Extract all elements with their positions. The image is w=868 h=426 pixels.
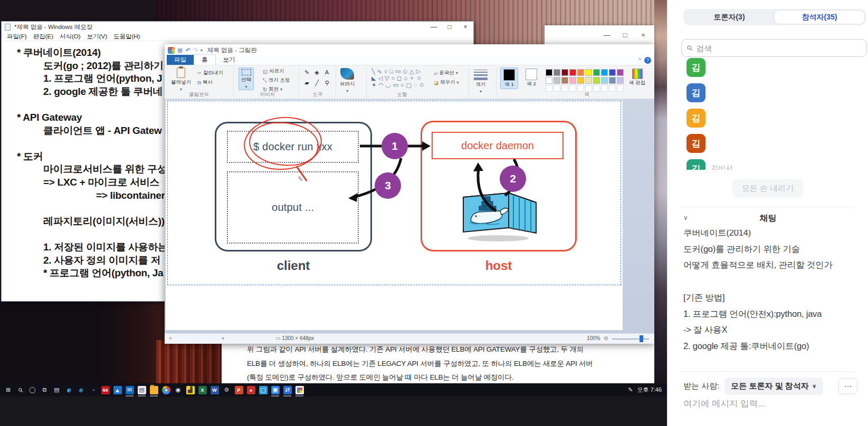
undo-icon[interactable]: ↶ — [185, 47, 190, 54]
participant-row[interactable]: 김 — [667, 109, 868, 128]
ribbon-collapse-icon[interactable]: ^ — [638, 57, 641, 63]
taskbar-app-icon: ◯ — [28, 386, 37, 394]
paint-logo-icon — [168, 47, 175, 54]
palette-swatch[interactable] — [569, 69, 576, 76]
chat-title: 채팅 — [667, 213, 868, 224]
palette-swatch[interactable] — [585, 77, 592, 84]
tool-icon[interactable]: ▰ — [303, 79, 311, 87]
chat-message: 2. google 제공 툴:쿠버네이트(go) — [683, 338, 857, 354]
qat-dropdown-icon[interactable]: ▾ — [201, 48, 203, 53]
taskbar-app-icon: ⚲ — [14, 384, 26, 396]
more-options-button[interactable]: ⋯ — [838, 378, 857, 394]
notepad-close-button[interactable]: × — [457, 22, 473, 32]
crop-button[interactable]: ◱자르기 — [263, 68, 284, 75]
color1-button[interactable]: 색 1 — [500, 67, 518, 89]
recipient-dropdown[interactable]: 모든 토론자 및 참석자 ∨ — [724, 377, 823, 395]
cut-button[interactable]: ✂잘라내기 — [197, 70, 223, 76]
palette-swatch[interactable] — [569, 77, 576, 84]
edit-colors-icon — [632, 69, 643, 79]
status-plus-icon: + — [169, 335, 172, 341]
zoom-slider-thumb[interactable] — [640, 335, 643, 342]
fill-button[interactable]: ◪채우기▾ — [434, 79, 459, 86]
participant-row[interactable]: 김 — [667, 58, 868, 77]
palette-swatch[interactable] — [617, 69, 624, 76]
avatar: 김 — [686, 83, 705, 102]
search-input[interactable] — [696, 44, 861, 53]
palette-swatch[interactable] — [609, 77, 616, 84]
tool-icon[interactable]: ╱ — [313, 79, 321, 87]
line-size-icon — [474, 70, 488, 80]
palette-swatch[interactable] — [601, 69, 608, 76]
redo-icon[interactable]: ↷ — [193, 47, 198, 54]
participant-row[interactable]: 김 — [667, 134, 868, 153]
zoom-out-icon[interactable]: ⊖ — [604, 335, 608, 341]
notepad-minimize-button[interactable]: — — [426, 22, 442, 32]
palette-swatch[interactable] — [561, 69, 568, 76]
palette-swatch[interactable] — [593, 69, 600, 76]
palette-swatch[interactable] — [546, 69, 552, 76]
outline-button[interactable]: ▱윤곽선▾ — [434, 70, 458, 76]
taskbar-app-icon: ◔ — [89, 386, 98, 394]
tab-file[interactable]: 파일 — [167, 55, 194, 65]
save-icon[interactable]: ▦ — [177, 47, 183, 54]
avatar: 김 — [686, 58, 705, 77]
message-input[interactable] — [683, 399, 857, 409]
tab-attendees[interactable]: 참석자(35) — [774, 10, 865, 24]
palette-swatch[interactable] — [577, 69, 584, 76]
tool-icon[interactable]: ✎ — [303, 69, 311, 76]
tool-icon[interactable]: ⚲ — [323, 79, 331, 87]
size-button[interactable]: 크기▾ — [474, 70, 488, 94]
divider — [681, 207, 854, 207]
taskbar-app-icon: ✉ — [126, 386, 134, 394]
palette-swatch[interactable] — [546, 77, 552, 84]
palette-swatch[interactable] — [554, 69, 560, 76]
pencil-cursor-icon: ✎ — [297, 175, 304, 183]
notepad-menu-item[interactable]: 서식(O) — [56, 33, 84, 41]
palette-swatch[interactable] — [601, 77, 608, 84]
palette-swatch[interactable] — [593, 77, 600, 84]
tab-home[interactable]: 홈 — [194, 54, 216, 65]
background-window-minimize-button[interactable]: — — [599, 30, 615, 41]
notepad-menu-item[interactable]: 파일(F) — [4, 33, 30, 41]
chat-message-area[interactable]: 쿠버네이트(2014)도커(go)를 관리하기 위한 기술어떻게 효율적으로 배… — [683, 230, 857, 360]
select-button[interactable]: 선택▾ — [239, 67, 254, 90]
palette-swatch[interactable] — [554, 77, 560, 84]
color2-button[interactable]: 색 2 — [526, 69, 537, 88]
shapes-grid[interactable]: ╲∿○□▭◇△▷ ◣◁▽○◻⌂✧☆ ✦◠◡▭○▢◌✩ — [371, 68, 426, 89]
tab-discussants[interactable]: 토론자(3) — [684, 10, 774, 24]
background-window-close-button[interactable]: × — [635, 30, 651, 41]
copy-button[interactable]: ⧉복사 — [197, 79, 213, 86]
participant-row[interactable]: 김 김비서 — [667, 159, 868, 170]
palette-swatch[interactable] — [561, 77, 568, 84]
tools-grid: ✎◈A▰╱⚲ — [303, 69, 332, 89]
edit-colors-button[interactable]: 색 편집 — [629, 69, 645, 86]
tool-icon[interactable]: ◈ — [313, 69, 321, 76]
taskbar-app-icon: X — [198, 386, 207, 394]
webinar-panel: 토론자(3) 참석자(35) ⚲ 김 김 김 — [667, 0, 868, 426]
participant-row[interactable]: 김 — [667, 83, 868, 102]
paint-titlebar: ▦ ↶ ↷ ▾ 제목 없음 - 그림판 — [165, 44, 654, 56]
paste-button[interactable]: 붙여넣기▾ — [171, 67, 191, 92]
notepad-menu-item[interactable]: 편집(E) — [30, 33, 56, 41]
desktop-wallpaper-bright — [156, 340, 226, 384]
background-window-maximize-button[interactable]: □ — [617, 30, 633, 41]
lower-all-hands-button[interactable]: 모든 손 내리기 — [732, 179, 803, 198]
palette-swatch[interactable] — [577, 77, 584, 84]
taskbar-clock[interactable]: 오후 7:46 — [637, 386, 662, 394]
taskbar-app-icon — [150, 386, 158, 394]
help-icon[interactable]: ? — [644, 57, 651, 64]
notepad-menu-item[interactable]: 보기(V) — [84, 33, 110, 41]
tool-icon[interactable]: A — [323, 69, 331, 76]
palette-swatch[interactable] — [617, 77, 624, 84]
palette-swatch[interactable] — [609, 69, 616, 76]
brush-button[interactable]: 브러시▾ — [340, 68, 355, 93]
notepad-menu-item[interactable]: 도움말(H) — [110, 33, 143, 41]
taskbar-app-icon: ▤ — [53, 386, 61, 394]
palette-swatch[interactable] — [585, 69, 592, 76]
tab-view[interactable]: 보기 — [216, 55, 243, 65]
zoom-slider-track[interactable] — [612, 338, 649, 340]
notepad-maximize-button[interactable]: □ — [442, 22, 457, 32]
pen-tray-icon[interactable]: ✎ — [628, 386, 633, 393]
resize-button[interactable]: ⤡크기 조정 — [263, 77, 290, 84]
paint-canvas[interactable]: $ docker run xxx output ... client docke… — [166, 100, 623, 330]
